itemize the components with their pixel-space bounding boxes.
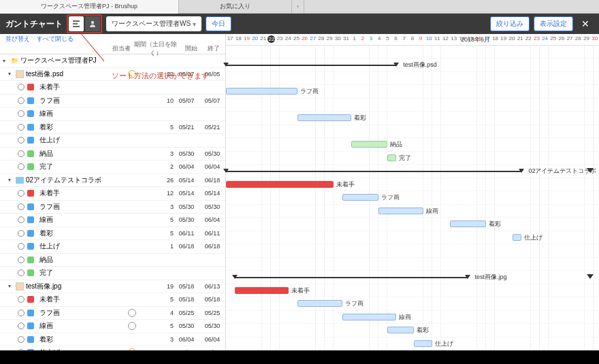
task-row[interactable]: 線画 <box>0 107 225 121</box>
status-circle-icon[interactable] <box>18 190 25 197</box>
summary-bar[interactable] <box>226 65 396 66</box>
gantt-bar[interactable] <box>450 220 486 227</box>
gantt-bar[interactable] <box>297 114 351 121</box>
day-cell: 11 <box>433 35 441 45</box>
task-row[interactable]: 線画505/3005/30 <box>0 320 225 333</box>
caret-icon[interactable]: ▾ <box>8 283 15 289</box>
thumbnail-icon <box>15 70 25 78</box>
task-row[interactable]: 着彩306/0406/04 <box>0 333 225 347</box>
day-cell: 2 <box>359 35 367 45</box>
day-cell: 28 <box>317 35 325 45</box>
status-circle-icon[interactable] <box>18 163 25 170</box>
bar-label: 線画 <box>426 207 438 216</box>
task-row[interactable]: 着彩506/1106/11 <box>0 227 225 241</box>
day-cell: 4 <box>375 35 383 45</box>
gantt-bar[interactable] <box>342 194 378 201</box>
gantt-bar[interactable] <box>351 141 387 148</box>
task-row[interactable]: 仕上げ <box>0 134 225 148</box>
day-cell: 5 <box>383 35 391 45</box>
task-row[interactable]: 未着手1205/1405/14 <box>0 187 225 201</box>
col-end: 終了 <box>203 44 225 53</box>
caret-icon[interactable]: ▾ <box>3 58 10 64</box>
task-row[interactable]: ▾📁ワークスペース管理者PJ <box>0 54 225 68</box>
gantt-bar[interactable] <box>387 154 396 161</box>
status-circle-icon[interactable] <box>18 84 25 90</box>
status-color-icon <box>27 84 34 90</box>
collapse-all-link[interactable]: すべて閉じる <box>37 35 74 44</box>
status-circle-icon[interactable] <box>18 322 25 329</box>
status-circle-icon[interactable] <box>18 203 25 210</box>
gantt-bar[interactable] <box>414 340 432 347</box>
day-cell: 16 <box>474 35 483 45</box>
task-row[interactable]: ▾test画像.jpg1905/1806/13 <box>0 280 225 294</box>
tab-favorite[interactable]: お気に入り <box>179 0 292 14</box>
day-cell: 25 <box>292 35 300 45</box>
gantt-bar[interactable] <box>342 314 396 320</box>
chart-row: test画像.jpg <box>226 271 599 284</box>
status-circle-icon[interactable] <box>18 124 25 131</box>
task-row[interactable]: 未着手505/1805/18 <box>0 293 225 307</box>
gantt-bar[interactable] <box>226 88 297 95</box>
status-circle-icon[interactable] <box>18 216 25 223</box>
summary-bar[interactable] <box>226 171 521 172</box>
chart-row: 完了 <box>226 152 599 165</box>
status-circle-icon[interactable] <box>18 230 25 237</box>
avatar[interactable] <box>128 309 136 317</box>
gantt-bar[interactable] <box>387 327 414 333</box>
gantt-chart[interactable]: test画像.psdラフ画着彩納品完了02アイテムテストコラボ未着手ラフ画線画着… <box>226 46 599 351</box>
status-circle-icon[interactable] <box>18 150 25 157</box>
status-circle-icon[interactable] <box>18 110 25 117</box>
gantt-bar[interactable] <box>513 234 521 241</box>
close-icon[interactable]: ✕ <box>577 18 594 29</box>
summary-bar[interactable] <box>235 277 468 278</box>
sort-by-item-icon[interactable] <box>69 16 84 31</box>
gantt-bar[interactable] <box>378 208 423 214</box>
avatar[interactable] <box>128 322 136 330</box>
task-row[interactable]: ▾02アイテムテストコラボ2605/1406/18 <box>0 174 225 188</box>
bar-label: 完了 <box>399 154 411 163</box>
task-row[interactable]: 着彩505/2105/21 <box>0 121 225 135</box>
svg-point-0 <box>91 21 94 24</box>
sort-by-person-icon[interactable] <box>85 16 100 31</box>
task-row[interactable]: ラフ画405/2505/25 <box>0 307 225 320</box>
status-circle-icon[interactable] <box>18 243 25 250</box>
expand-icon[interactable] <box>587 274 594 279</box>
filter-button[interactable]: 絞り込み <box>490 16 530 31</box>
status-circle-icon[interactable] <box>18 257 25 263</box>
display-settings-button[interactable]: 表示設定 <box>534 16 573 31</box>
gantt-bar[interactable] <box>226 181 334 188</box>
task-row[interactable]: 仕上げ106/1806/18 <box>0 240 225 254</box>
sort-link[interactable]: 並び替え <box>5 35 30 44</box>
status-circle-icon[interactable] <box>18 310 25 316</box>
day-cell: 6 <box>391 35 400 45</box>
gantt-bar[interactable] <box>297 300 342 307</box>
task-row[interactable]: 納品 <box>0 254 225 267</box>
day-cell: 21 <box>516 35 524 45</box>
task-row[interactable]: 線画505/3006/04 <box>0 214 225 227</box>
status-color-icon <box>27 336 34 343</box>
task-row[interactable]: ラフ画305/3005/30 <box>0 201 225 214</box>
status-circle-icon[interactable] <box>18 296 25 303</box>
task-row[interactable]: 納品305/3005/30 <box>0 148 225 161</box>
bar-label: 着彩 <box>489 220 501 229</box>
caret-icon[interactable]: ▾ <box>8 177 15 183</box>
day-cell: 23 <box>532 35 540 45</box>
day-cell: 20 <box>508 35 516 45</box>
status-circle-icon[interactable] <box>18 137 25 144</box>
list-header: 担当者 期間（土日を除く） 開始 終了 <box>0 44 225 54</box>
tab-add[interactable]: + <box>292 0 304 14</box>
expand-icon[interactable] <box>587 168 594 173</box>
task-row[interactable]: 未着手 <box>0 81 225 95</box>
today-button[interactable]: 今日 <box>206 16 231 31</box>
gantt-bar[interactable] <box>235 287 289 294</box>
day-cell: 7 <box>400 35 408 45</box>
status-circle-icon[interactable] <box>18 97 25 104</box>
workspace-select[interactable]: ワークスペース管理者WS ▾ <box>106 16 201 31</box>
tab-workspace[interactable]: ワークスペース管理者PJ - Brushup <box>0 0 179 14</box>
caret-icon[interactable]: ▾ <box>8 71 15 77</box>
task-row[interactable]: 完了206/0406/04 <box>0 161 225 174</box>
task-row[interactable]: ラフ画1005/0705/07 <box>0 95 225 108</box>
status-circle-icon[interactable] <box>18 269 25 276</box>
status-circle-icon[interactable] <box>18 336 25 343</box>
task-row[interactable]: 完了 <box>0 267 225 280</box>
